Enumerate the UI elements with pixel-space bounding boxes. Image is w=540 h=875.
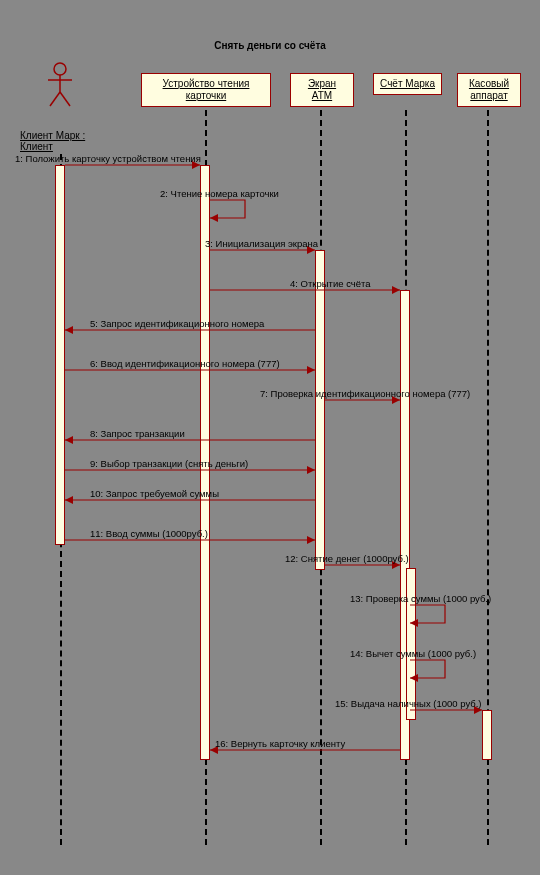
message-label: 16: Вернуть карточку клиенту [215,738,345,749]
